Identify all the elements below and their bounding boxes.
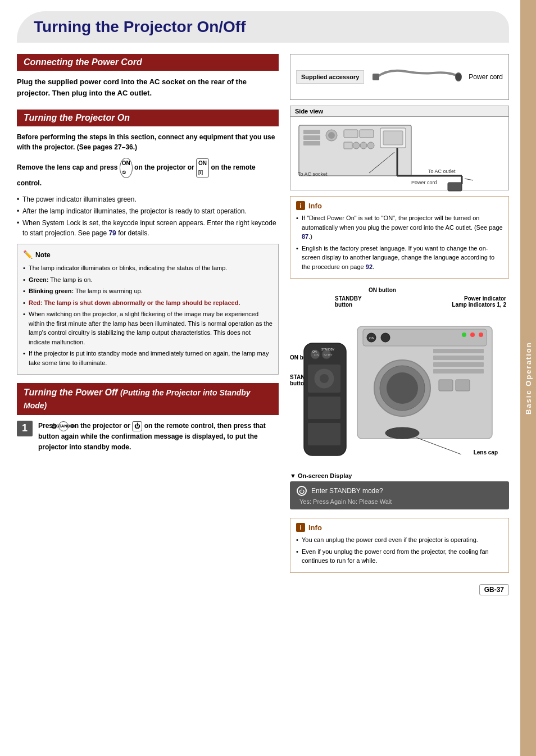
note-item-2: When switching on the projector, a sligh… bbox=[23, 309, 272, 347]
onscreen-line2: Yes: Press Again No: Please Wait bbox=[297, 498, 502, 505]
svg-point-13 bbox=[360, 142, 367, 149]
svg-point-42 bbox=[381, 333, 390, 342]
onscreen-label: On-screen Display bbox=[290, 472, 509, 479]
onscreen-screen: ⏻ Enter STANDBY mode? Yes: Press Again N… bbox=[290, 481, 509, 509]
svg-rect-16 bbox=[383, 131, 403, 145]
note-label: Note bbox=[35, 250, 51, 260]
svg-point-12 bbox=[353, 142, 360, 149]
svg-rect-52 bbox=[433, 369, 484, 374]
note-item-3: If the projector is put into standby mod… bbox=[23, 349, 272, 367]
svg-rect-54 bbox=[456, 380, 470, 391]
page-title: Turning the Projector On/Off bbox=[34, 18, 492, 36]
svg-rect-35 bbox=[308, 423, 340, 445]
svg-text:Power cord: Power cord bbox=[411, 180, 437, 185]
info-item-1-2: English is the factory preset language. … bbox=[296, 244, 503, 272]
info-label-2: Info bbox=[308, 523, 322, 532]
onscreen-top: ⏻ Enter STANDBY mode? bbox=[297, 486, 502, 496]
svg-point-43 bbox=[462, 333, 466, 337]
note-list: The lamp indicator illuminates or blinks… bbox=[23, 263, 272, 367]
info-item-2-2: Even if you unplug the power cord from t… bbox=[296, 547, 503, 566]
bullet-1: The power indicator illuminates green. bbox=[17, 194, 279, 204]
svg-point-44 bbox=[470, 333, 475, 337]
svg-rect-49 bbox=[433, 349, 484, 353]
svg-rect-11 bbox=[344, 142, 352, 149]
side-view-svg: To AC socket To AC outlet Power cord bbox=[293, 120, 501, 193]
right-sidebar: Basic Operation bbox=[520, 0, 536, 756]
info-header-1: i Info bbox=[296, 201, 503, 210]
svg-rect-2 bbox=[456, 74, 461, 80]
note-item-1: The lamp indicator illuminates or blinks… bbox=[23, 263, 272, 273]
svg-line-21 bbox=[465, 179, 473, 180]
turning-on-section: Turning the Projector On Before performi… bbox=[17, 110, 279, 375]
onscreen-line1: Enter STANDBY mode? bbox=[311, 487, 383, 495]
note-item-blinking: Blinking green: The lamp is warming up. bbox=[23, 286, 272, 296]
info-item-2-1: You can unplug the power cord even if th… bbox=[296, 535, 503, 545]
svg-rect-10 bbox=[360, 130, 374, 138]
svg-text:STBY: STBY bbox=[324, 353, 333, 357]
info-icon-2: i bbox=[296, 523, 305, 532]
side-view-diagram: To AC socket To AC outlet Power cord bbox=[290, 117, 508, 190]
step-content: Press ⏻STANDBY on the projector or ⏻ on … bbox=[38, 421, 279, 453]
power-off-title: Turning the Power Off bbox=[24, 388, 117, 397]
device-diagram: ON button STANDBYbutton Power indicatorL… bbox=[290, 287, 509, 467]
svg-point-45 bbox=[479, 333, 483, 337]
svg-point-8 bbox=[328, 132, 335, 139]
note-box: ✏️ Note The lamp indicator illuminates o… bbox=[17, 244, 279, 375]
info-box-1: i Info If "Direct Power On" is set to "O… bbox=[290, 196, 509, 279]
step-text: Remove the lens cap and press ON① on the… bbox=[17, 158, 279, 189]
sidebar-text: Basic Operation bbox=[524, 341, 533, 415]
step-number: 1 bbox=[17, 421, 33, 436]
page-link-87: 87 bbox=[302, 233, 308, 240]
svg-rect-9 bbox=[344, 130, 358, 138]
turning-on-header: Turning the Projector On bbox=[17, 110, 279, 126]
page-number-container: GB-37 bbox=[290, 581, 509, 595]
supplied-label: Supplied accessory bbox=[296, 70, 364, 84]
note-item-green: Green: The lamp is on. bbox=[23, 275, 272, 285]
onscreen-display: On-screen Display ⏻ Enter STANDBY mode? … bbox=[290, 472, 509, 509]
note-item-red: Red: The lamp is shut down abnormally or… bbox=[23, 298, 272, 308]
standby-display-icon: ⏻ bbox=[297, 486, 307, 496]
standby-remote-btn: ⏻ bbox=[132, 421, 142, 431]
step-box: 1 Press ⏻STANDBY on the projector or ⏻ o… bbox=[17, 421, 279, 453]
standby-proj-btn: ⏻STANDBY bbox=[58, 421, 69, 431]
bullet-3: When System Lock is set, the keycode inp… bbox=[17, 218, 279, 238]
device-svg: ON STBY ON STANDBY bbox=[290, 298, 498, 472]
svg-text:ON: ON bbox=[369, 336, 374, 340]
page-number: GB-37 bbox=[479, 584, 509, 595]
page-link-92: 92 bbox=[366, 263, 373, 270]
svg-text:To AC socket: To AC socket bbox=[298, 171, 328, 177]
svg-rect-34 bbox=[308, 397, 340, 419]
svg-rect-51 bbox=[433, 362, 484, 367]
power-off-header: Turning the Power Off (Putting the Proje… bbox=[17, 383, 279, 415]
side-view-box: Side view bbox=[290, 106, 509, 190]
supplied-text: Supplied accessory bbox=[301, 74, 359, 80]
note-icon: ✏️ bbox=[23, 249, 33, 261]
svg-rect-6 bbox=[303, 141, 320, 145]
svg-point-48 bbox=[387, 372, 418, 404]
connecting-text: Plug the supplied power cord into the AC… bbox=[17, 76, 279, 98]
connecting-section: Connecting the Power Cord Plug the suppl… bbox=[17, 54, 279, 98]
info-header-2: i Info bbox=[296, 523, 503, 532]
svg-line-56 bbox=[416, 438, 461, 454]
power-cord-label: Power cord bbox=[469, 73, 503, 81]
svg-rect-50 bbox=[433, 356, 484, 360]
svg-text:ON: ON bbox=[312, 350, 317, 353]
side-view-header: Side view bbox=[290, 106, 508, 117]
info-icon-1: i bbox=[296, 201, 305, 210]
info-box-2: i Info You can unplug the power cord eve… bbox=[290, 518, 509, 573]
svg-rect-53 bbox=[439, 380, 453, 391]
power-off-section: Turning the Power Off (Putting the Proje… bbox=[17, 383, 279, 453]
svg-rect-25 bbox=[448, 183, 462, 191]
page-title-bar: Turning the Projector On/Off bbox=[17, 11, 509, 43]
turning-on-intro: Before performing the steps in this sect… bbox=[17, 132, 279, 152]
remote-on-inline: ON[i] bbox=[196, 158, 209, 177]
bullet-2: After the lamp indicator illuminates, th… bbox=[17, 206, 279, 216]
on-btn-label: ON button bbox=[369, 287, 396, 293]
svg-text:To AC outlet: To AC outlet bbox=[428, 168, 456, 174]
note-header: ✏️ Note bbox=[23, 249, 272, 261]
power-cord-box: Supplied accessory bbox=[290, 54, 509, 100]
info-label-1: Info bbox=[308, 202, 322, 210]
svg-point-33 bbox=[320, 374, 329, 383]
svg-text:STANDBY: STANDBY bbox=[321, 348, 335, 351]
cord-diagram bbox=[370, 60, 463, 94]
